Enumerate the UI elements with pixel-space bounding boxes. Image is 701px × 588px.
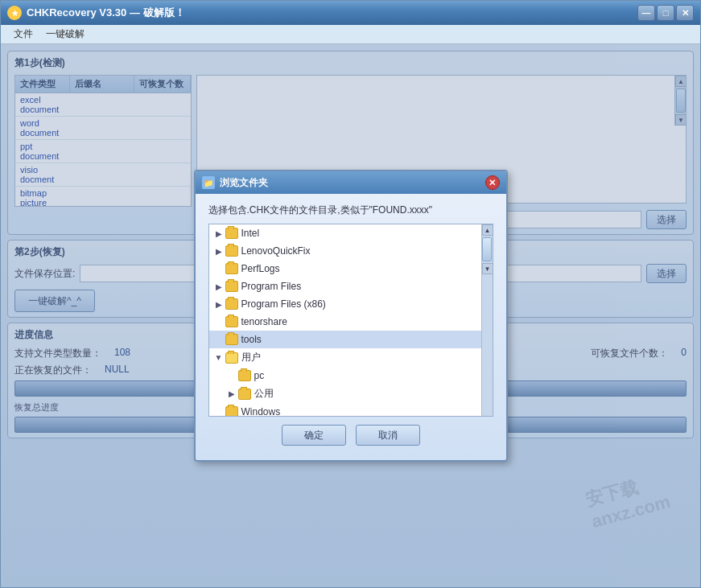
tree-scroll-down[interactable]: ▼ xyxy=(482,263,493,274)
dialog-close-button[interactable]: ✕ xyxy=(485,175,500,190)
expand-icon-intel[interactable]: ▶ xyxy=(212,227,225,240)
tree-label-tools: tools xyxy=(241,334,262,345)
tree-label-lqf: LenovoQuickFix xyxy=(241,245,311,257)
dialog-cancel-button[interactable]: 取消 xyxy=(356,425,420,446)
tree-label-windows: Windows xyxy=(241,406,281,416)
folder-icon-users xyxy=(225,352,238,364)
main-window: ★ CHKRecovery V3.30 — 破解版！ — □ ✕ 文件 一键破解… xyxy=(0,0,701,588)
tree-item-perflogs[interactable]: ▶ PerfLogs xyxy=(209,260,481,278)
tree-item-tools[interactable]: ▶ tools xyxy=(209,331,481,348)
dialog-buttons: 确定 取消 xyxy=(208,425,493,454)
window-controls: — □ ✕ xyxy=(637,5,694,21)
expand-icon-public[interactable]: ▶ xyxy=(225,388,238,401)
app-title: CHKRecovery V3.30 — 破解版！ xyxy=(27,6,633,20)
folder-icon-ts xyxy=(225,316,238,327)
dialog-folder-icon: 📁 xyxy=(202,176,215,189)
tree-content: ▶ Intel ▶ LenovoQuickFix xyxy=(209,224,481,416)
tree-item-windows[interactable]: ▶ Windows xyxy=(209,403,481,416)
folder-icon-intel xyxy=(225,228,238,239)
expand-icon-users[interactable]: ▼ xyxy=(212,352,225,364)
menu-bar: 文件 一键破解 xyxy=(1,25,700,44)
app-icon: ★ xyxy=(7,6,22,20)
dialog-ok-button[interactable]: 确定 xyxy=(282,425,346,446)
tree-item-users[interactable]: ▼ 用户 xyxy=(209,348,481,367)
tree-label-pf: Program Files xyxy=(241,281,302,292)
dialog-overlay: 📁 浏览文件夹 ✕ 选择包含.CHK文件的文件目录,类似于"FOUND.xxxx… xyxy=(1,44,700,587)
expand-icon-pf86[interactable]: ▶ xyxy=(212,298,225,310)
tree-item-tenorshare[interactable]: ▶ tenorshare xyxy=(209,313,481,331)
main-content: 第1步(检测) 文件类型 后缀名 可恢复个数 excel document xyxy=(1,44,700,587)
expand-icon-lqf[interactable]: ▶ xyxy=(212,245,225,257)
tree-scroll-thumb[interactable] xyxy=(482,237,492,261)
tree-label-ts: tenorshare xyxy=(241,316,287,327)
folder-icon-pl xyxy=(225,263,238,274)
tree-item-public[interactable]: ▶ 公用 xyxy=(209,384,481,403)
tree-label-pl: PerfLogs xyxy=(241,263,280,274)
dialog-body: 选择包含.CHK文件的文件目录,类似于"FOUND.xxxx" ▶ Intel xyxy=(196,194,506,460)
tree-item-intel[interactable]: ▶ Intel xyxy=(209,224,481,242)
tree-item-pc[interactable]: ▶ pc xyxy=(209,367,481,384)
folder-icon-pc xyxy=(238,370,251,381)
tree-item-programfiles86[interactable]: ▶ Program Files (x86) xyxy=(209,295,481,313)
browse-folder-dialog: 📁 浏览文件夹 ✕ 选择包含.CHK文件的文件目录,类似于"FOUND.xxxx… xyxy=(194,170,508,462)
tree-label-pc: pc xyxy=(254,370,265,381)
menu-file[interactable]: 文件 xyxy=(7,26,39,43)
folder-icon-public xyxy=(238,389,251,400)
tree-scrollbar[interactable]: ▲ ▼ xyxy=(481,224,493,416)
expand-icon-pf[interactable]: ▶ xyxy=(212,280,225,293)
folder-icon-lqf xyxy=(225,245,238,257)
folder-icon-windows xyxy=(225,406,238,416)
restore-button[interactable]: □ xyxy=(657,5,674,21)
dialog-tree[interactable]: ▶ Intel ▶ LenovoQuickFix xyxy=(208,224,493,417)
tree-label-pf86: Program Files (x86) xyxy=(241,298,326,310)
tree-scroll-up[interactable]: ▲ xyxy=(482,224,493,236)
folder-icon-tools xyxy=(225,334,238,345)
tree-item-lenovoquickfix[interactable]: ▶ LenovoQuickFix xyxy=(209,242,481,260)
folder-icon-pf xyxy=(225,281,238,292)
tree-label-intel: Intel xyxy=(241,228,260,239)
tree-item-programfiles[interactable]: ▶ Program Files xyxy=(209,278,481,295)
dialog-title: 浏览文件夹 xyxy=(220,176,485,190)
dialog-instruction: 选择包含.CHK文件的文件目录,类似于"FOUND.xxxx" xyxy=(208,204,493,217)
minimize-button[interactable]: — xyxy=(637,5,655,21)
tree-label-users: 用户 xyxy=(241,351,261,364)
dialog-title-bar: 📁 浏览文件夹 ✕ xyxy=(196,171,506,194)
folder-icon-pf86 xyxy=(225,298,238,310)
close-button[interactable]: ✕ xyxy=(676,5,694,21)
menu-crack[interactable]: 一键破解 xyxy=(39,26,91,43)
tree-label-public: 公用 xyxy=(254,387,274,401)
title-bar: ★ CHKRecovery V3.30 — 破解版！ — □ ✕ xyxy=(1,1,700,25)
